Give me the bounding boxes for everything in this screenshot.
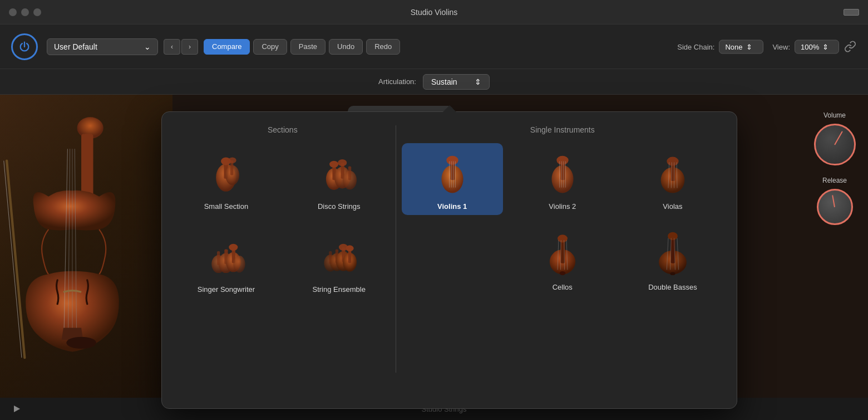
svg-point-20 <box>338 159 347 166</box>
svg-point-50 <box>556 156 568 165</box>
svg-point-65 <box>559 271 565 275</box>
nav-next-button[interactable]: › <box>181 39 198 55</box>
sidechain-row: Side Chain: None ⇕ <box>677 40 763 53</box>
compare-button[interactable]: Compare <box>204 39 250 55</box>
right-controls: Side Chain: None ⇕ View: 100% ⇕ <box>677 40 857 53</box>
sidechain-select[interactable]: None ⇕ <box>719 40 763 53</box>
svg-point-43 <box>446 156 458 165</box>
svg-point-72 <box>668 232 678 240</box>
center-panel: Violins 1 Sections <box>0 95 801 420</box>
volume-needle <box>834 131 843 145</box>
articulation-select[interactable]: Sustain ⇕ <box>423 74 490 90</box>
svg-point-30 <box>234 256 245 272</box>
right-panel: Volume Release <box>801 95 868 420</box>
redo-button[interactable]: Redo <box>366 39 400 55</box>
popup-arrow <box>443 105 456 112</box>
release-knob[interactable] <box>817 189 853 225</box>
toolbar-buttons: Compare Copy Paste Undo Redo <box>204 39 400 55</box>
section-disco-strings-label: Disco Strings <box>318 202 361 211</box>
instruments-label: Single Instruments <box>402 125 723 134</box>
popup-body: Sections <box>175 125 723 373</box>
title-bar: Studio Violins <box>0 0 868 25</box>
violas-icon <box>648 148 698 198</box>
instrument-double-basses[interactable]: Double Basses <box>622 224 723 296</box>
section-small-section-label: Small Section <box>204 202 248 211</box>
column-divider <box>396 125 396 373</box>
section-singer-songwriter-label: Singer Songwriter <box>198 285 255 294</box>
preset-select[interactable]: User Default ⌄ <box>47 38 158 55</box>
sections-label: Sections <box>175 125 390 134</box>
release-knob-section: Release <box>817 177 853 225</box>
view-label: View: <box>772 42 790 51</box>
copy-button[interactable]: Copy <box>253 39 287 55</box>
disco-strings-icon <box>314 148 364 198</box>
svg-point-73 <box>670 272 675 275</box>
release-label: Release <box>822 177 847 184</box>
section-disco-strings[interactable]: Disco Strings <box>288 143 390 215</box>
cellos-icon <box>537 228 588 279</box>
svg-point-40 <box>346 245 354 251</box>
instrument-violins-2[interactable]: Violins 2 <box>512 143 613 215</box>
double-basses-icon <box>648 228 698 279</box>
section-small-section[interactable]: Small Section <box>175 143 277 215</box>
sections-grid: Small Section <box>175 143 390 298</box>
volume-knob-section: Volume <box>814 111 856 165</box>
nav-prev-button[interactable]: ‹ <box>164 39 180 55</box>
play-button[interactable] <box>11 403 22 414</box>
sidechain-label: Side Chain: <box>677 42 714 51</box>
link-icon[interactable] <box>844 40 857 53</box>
undo-button[interactable]: Undo <box>329 39 363 55</box>
string-ensemble-icon <box>314 231 364 281</box>
violins-2-icon <box>537 148 588 198</box>
singer-songwriter-icon <box>201 231 251 281</box>
view-select[interactable]: 100% ⇕ <box>795 40 839 53</box>
sections-column: Sections <box>175 125 390 373</box>
section-string-ensemble-label: String Ensemble <box>313 285 366 294</box>
instrument-picker-popup: Sections <box>161 111 737 409</box>
svg-marker-78 <box>14 406 20 412</box>
section-string-ensemble[interactable]: String Ensemble <box>288 226 390 298</box>
nav-buttons: ‹ › <box>164 39 198 55</box>
traffic-lights <box>9 8 41 16</box>
instrument-cellos[interactable]: Cellos <box>512 224 613 296</box>
svg-point-17 <box>329 161 338 168</box>
violins-1-icon <box>427 148 477 198</box>
svg-point-29 <box>229 244 238 251</box>
volume-label: Volume <box>823 111 846 119</box>
instruments-column: Single Instruments <box>402 125 723 373</box>
instrument-double-basses-label: Double Basses <box>648 283 697 291</box>
view-row: View: 100% ⇕ <box>772 40 857 53</box>
svg-point-64 <box>558 235 568 242</box>
power-button[interactable] <box>11 33 38 60</box>
instrument-violins-2-label: Violins 2 <box>549 202 576 211</box>
battery-icon <box>844 9 859 16</box>
instruments-grid: Violins 1 <box>402 143 723 296</box>
instrument-violins-1[interactable]: Violins 1 <box>402 143 503 215</box>
articulation-bar: Articulation: Sustain ⇕ <box>0 69 868 95</box>
small-section-icon <box>201 148 251 198</box>
instrument-violas-label: Violas <box>663 202 682 211</box>
paste-button[interactable]: Paste <box>290 39 326 55</box>
svg-point-14 <box>229 157 236 163</box>
instrument-violins-1-label: Violins 1 <box>437 202 467 211</box>
instrument-violas[interactable]: Violas <box>622 143 723 215</box>
volume-knob[interactable] <box>814 124 856 165</box>
main-area: Violins 1 Sections <box>0 95 868 420</box>
articulation-label: Articulation: <box>378 77 416 86</box>
minimize-button[interactable] <box>21 8 29 16</box>
maximize-button[interactable] <box>33 8 41 16</box>
instrument-cellos-label: Cellos <box>553 283 573 291</box>
window-title: Studio Violins <box>411 8 458 17</box>
controls-bar: User Default ⌄ ‹ › Compare Copy Paste Un… <box>0 25 868 69</box>
close-button[interactable] <box>9 8 17 16</box>
release-needle <box>832 195 835 207</box>
svg-rect-22 <box>348 166 351 180</box>
section-singer-songwriter[interactable]: Singer Songwriter <box>175 226 277 298</box>
